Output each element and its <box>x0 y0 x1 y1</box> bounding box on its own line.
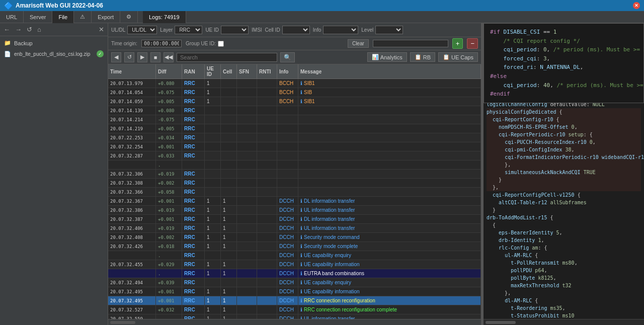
td-diff: +0.001 <box>156 296 182 305</box>
th-sfn[interactable]: SFN <box>237 64 257 78</box>
table-row[interactable]: 20.07.32.366 +0.058 RRC <box>108 188 481 197</box>
th-time[interactable]: Time <box>108 64 156 78</box>
table-row[interactable]: 20.07.32.386 +0.019 RRC 1 1 DCCH ℹUL inf… <box>108 206 481 215</box>
td-sfn <box>237 287 257 296</box>
sidebar-item-backup[interactable]: 📁 Backup <box>2 38 106 48</box>
code-line: { <box>487 221 641 229</box>
th-ue[interactable]: UE ID <box>205 64 221 78</box>
table-row[interactable]: 20.07.32.426 +0.018 RRC 1 1 DCCH ℹSecuri… <box>108 242 481 251</box>
tab-file[interactable]: File <box>52 11 74 23</box>
table-row[interactable]: . RRC DCCH ℹUE capability enquiry <box>108 251 481 260</box>
code-line: altCQI-Table-r12 allSubframes <box>487 199 641 206</box>
td-sfn <box>237 242 257 251</box>
home-button[interactable]: ⌂ <box>36 25 43 34</box>
tab-server[interactable]: Server <box>24 11 52 23</box>
table-row[interactable]: 20.07.14.219 +0.005 RRC <box>108 124 481 133</box>
time-origin-input[interactable] <box>141 40 182 47</box>
td-rnti <box>257 133 277 142</box>
tab-url[interactable]: URL <box>0 11 24 23</box>
info-select[interactable] <box>323 26 358 34</box>
table-row[interactable]: 20.07.32.387 +0.001 RRC 1 1 DCCH ℹDL inf… <box>108 215 481 224</box>
message-text: UE capability enquiry <box>304 253 351 258</box>
tab-settings[interactable]: ⚙ <box>120 11 138 23</box>
th-cell[interactable]: Cell <box>221 64 237 78</box>
table-row[interactable]: 20.07.14.059 +0.005 RRC 1 BCCH ℹSIB1 <box>108 97 481 106</box>
cell-id-select[interactable] <box>282 26 310 34</box>
table-row[interactable]: 20.07.32.559 . RRC 1 1 DCCH ℹUL informat… <box>108 314 481 319</box>
table-row[interactable]: 20.07.32.495 +0.001 RRC 1 1 DCCH ℹUE cap… <box>108 287 481 296</box>
td-sfn <box>237 151 257 160</box>
td-ran: RRC <box>182 206 205 214</box>
td-sfn <box>237 160 257 169</box>
message-text: SIB <box>304 90 312 95</box>
table-row[interactable]: 20.07.14.214 -0.075 RRC <box>108 115 481 124</box>
add-filter-button[interactable]: + <box>452 38 463 49</box>
tab-warning[interactable]: ⚠ <box>74 11 92 23</box>
th-message[interactable]: Message <box>298 64 481 78</box>
right-panel-scrollbar[interactable] <box>484 319 644 325</box>
td-time: 20.07.32.386 <box>108 206 156 214</box>
sidebar-item-logfile[interactable]: 📄 enb_lte_pucch_dl_siso_csi.log.zip ✓ <box>2 49 106 59</box>
ue-caps-button[interactable]: 📋 UE Caps <box>438 52 478 62</box>
table-row[interactable]: 20.07.32.254 +0.001 RRC <box>108 142 481 151</box>
td-ue <box>205 278 221 287</box>
refresh-nav-button[interactable]: ↺ <box>124 52 134 62</box>
th-diff[interactable]: Diff <box>156 64 182 78</box>
table-row[interactable]: 20.07.32.308 +0.002 RRC <box>108 179 481 188</box>
table-row[interactable]: 20.07.32.408 +0.002 RRC 1 1 DCCH ℹSecuri… <box>108 233 481 242</box>
clear-button[interactable]: Clear <box>348 39 369 48</box>
table-row[interactable]: 20.07.14.139 +0.080 RRC <box>108 106 481 115</box>
search-button[interactable]: 🔍 <box>280 52 295 62</box>
td-ran: RRC <box>182 278 205 287</box>
td-ue <box>205 151 221 160</box>
bottom-scrollbar[interactable] <box>108 319 481 325</box>
table-row[interactable]: . RRC 1 1 DCCH ℹEUTRA band combinations <box>108 269 481 278</box>
td-sfn <box>237 233 257 241</box>
td-cell <box>221 133 237 142</box>
td-message <box>298 188 481 196</box>
search-input[interactable] <box>177 53 277 62</box>
th-ran[interactable]: RAN <box>182 64 205 78</box>
table-row[interactable]: 20.07.32.455 +0.029 RRC 1 1 DCCH ℹUE cap… <box>108 260 481 269</box>
td-sfn <box>237 79 257 88</box>
close-button[interactable]: ✕ <box>633 2 640 9</box>
analytics-button[interactable]: 📊 Analytics <box>367 52 407 62</box>
layer-select[interactable]: RRCMACPHY <box>175 26 202 34</box>
info-icon: ℹ <box>300 234 302 240</box>
table-row[interactable]: 20.07.32.494 +0.039 RRC DCCH ℹUE capabil… <box>108 278 481 287</box>
td-cell <box>221 142 237 151</box>
table-row[interactable]: 20.07.32.306 +0.019 RRC <box>108 170 481 179</box>
uldl-select[interactable]: UL/DLULDL <box>127 26 157 34</box>
stop-nav-button[interactable]: ■ <box>150 52 160 62</box>
table-row[interactable]: 20.07.32.367 +0.001 RRC 1 1 DCCH ℹDL inf… <box>108 197 481 206</box>
tab-export[interactable]: Export <box>92 11 120 23</box>
sidebar-close-button[interactable]: ✕ <box>97 25 106 34</box>
table-row[interactable]: 20.07.22.253 +0.034 RRC <box>108 133 481 142</box>
remove-filter-button[interactable]: − <box>467 38 478 49</box>
time-range-input[interactable] <box>373 40 448 47</box>
prev-nav-button[interactable]: ◀ <box>111 52 121 62</box>
th-rnti[interactable]: RNTI <box>257 64 277 78</box>
sidebar: ← → ↺ ⌂ ✕ 📁 Backup 📄 enb_lte_pucch_dl_si… <box>0 23 108 325</box>
tab-logs[interactable]: Logs: 74919 <box>143 11 186 23</box>
td-ue: 1 <box>205 79 221 88</box>
message-text: RRC connection reconfiguration <box>304 298 375 303</box>
level-select[interactable] <box>375 26 403 34</box>
table-row[interactable]: 20.07.32.527 +0.032 RRC 1 1 DCCH ℹRRC co… <box>108 305 481 314</box>
ue-id-select[interactable] <box>221 26 249 34</box>
table-row[interactable]: 20.07.32.287 +0.033 RRC <box>108 151 481 160</box>
table-row[interactable]: 20.07.13.979 +0.080 RRC 1 BCCH ℹSIB1 <box>108 79 481 88</box>
table-row[interactable]: . <box>108 160 481 170</box>
th-info[interactable]: Info <box>277 64 298 78</box>
refresh-button[interactable]: ↺ <box>25 25 34 34</box>
rb-button[interactable]: 📋 RB <box>410 52 435 62</box>
back-button[interactable]: ← <box>2 25 12 34</box>
next-nav-button[interactable]: ▶ <box>137 52 147 62</box>
group-ue-checkbox[interactable] <box>218 41 224 47</box>
table-row[interactable]: 20.07.32.406 +0.019 RRC 1 1 DCCH ℹUL inf… <box>108 224 481 233</box>
td-rnti <box>257 287 277 296</box>
forward-button[interactable]: → <box>14 25 23 34</box>
table-row[interactable]: 20.07.32.495 +0.001 RRC 1 1 DCCH ℹRRC co… <box>108 296 481 305</box>
rewind-nav-button[interactable]: ◀◀ <box>164 52 174 62</box>
table-row[interactable]: 20.07.14.054 +0.075 RRC 1 BCCH ℹSIB <box>108 88 481 97</box>
